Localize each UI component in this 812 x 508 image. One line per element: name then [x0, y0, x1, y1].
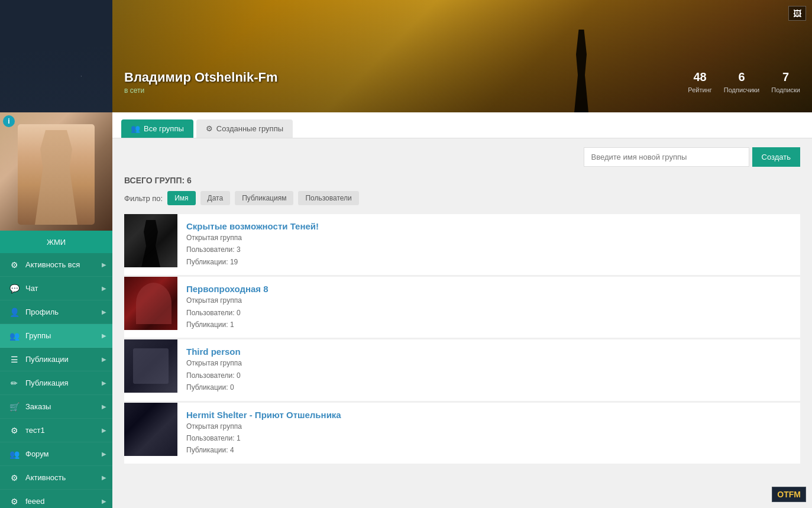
sidebar-item-test1[interactable]: ⚙ тест1 ▶ — [0, 419, 112, 442]
groups-icon: 👥 — [9, 331, 20, 341]
group-info-3: Third person Открытая группа Пользовател… — [177, 339, 800, 400]
sidebar-item-publication[interactable]: ✏ Публикация ▶ — [0, 371, 112, 395]
group-name-3[interactable]: Third person — [186, 347, 241, 357]
activity-icon: ⚙ — [9, 473, 20, 483]
group-info-1: Скрытые возможности Теней! Открытая груп… — [177, 214, 800, 275]
avatar-info-icon[interactable]: i — [3, 115, 15, 127]
sidebar-nav: ⚙ Активность вся ▶ 💬 Чат ▶ 👤 Профиль ▶ 👥… — [0, 253, 112, 508]
chevron-right-icon: ▶ — [102, 380, 106, 386]
banner-user-info: Владимир Otshelnik-Fm в сети — [124, 70, 278, 95]
groups-count-title: ВСЕГО ГРУПП: 6 — [124, 176, 800, 185]
group-info-2: Первопроходная 8 Открытая группа Пользов… — [177, 277, 800, 338]
sidebar: i ЖМИ ⚙ Активность вся ▶ 💬 Чат ▶ 👤 Профи… — [0, 112, 112, 508]
group-type-1: Открытая группа — [186, 232, 791, 244]
filter-label: Фильтр по: — [124, 194, 163, 203]
create-group-button[interactable]: Создать — [752, 147, 800, 167]
forum-icon: 👥 — [9, 449, 20, 459]
group-name-1[interactable]: Скрытые возможности Теней! — [186, 221, 319, 231]
filter-publications-button[interactable]: Публикациям — [235, 191, 293, 205]
group-thumbnail-4 — [124, 403, 177, 456]
group-item: Hermit Shelter - Приют Отшельника Открыт… — [124, 403, 800, 464]
cart-icon: 🛒 — [9, 402, 20, 412]
group-search-input[interactable] — [584, 147, 749, 167]
sidebar-item-label: feeed — [25, 497, 45, 506]
group-users-2: Пользователи: 0 — [186, 307, 791, 319]
stat-subscriptions: 7 Подписки — [771, 70, 800, 95]
sidebar-item-forum[interactable]: 👥 Форум ▶ — [0, 442, 112, 466]
edit-icon: ✏ — [9, 378, 20, 388]
sidebar-item-activity[interactable]: ⚙ Активность ▶ — [0, 466, 112, 490]
stat-subscribers: 6 Подписчики — [724, 70, 760, 95]
sidebar-item-activity-all[interactable]: ⚙ Активность вся ▶ — [0, 253, 112, 277]
tab-created-groups[interactable]: ⚙ Созданные группы — [196, 119, 293, 138]
group-publications-3: Публикации: 0 — [186, 381, 791, 393]
groups-tab-icon: 👥 — [131, 124, 140, 133]
logo-suffix: FM — [789, 490, 801, 499]
chat-icon: 💬 — [9, 284, 20, 293]
group-thumbnail-3 — [124, 339, 177, 393]
group-type-4: Открытая группа — [186, 420, 791, 432]
created-tab-icon: ⚙ — [206, 124, 213, 133]
group-meta-2: Открытая группа Пользователи: 0 Публикац… — [186, 295, 791, 331]
chevron-right-icon: ▶ — [102, 309, 106, 315]
list-icon: ☰ — [9, 355, 20, 364]
group-meta-4: Открытая группа Пользователи: 1 Публикац… — [186, 420, 791, 457]
group-item: Первопроходная 8 Открытая группа Пользов… — [124, 277, 800, 338]
action-button[interactable]: ЖМИ — [0, 231, 112, 253]
filter-date-button[interactable]: Дата — [200, 191, 231, 205]
group-meta-3: Открытая группа Пользователи: 0 Публикац… — [186, 357, 791, 393]
tab-all-groups[interactable]: 👥 Все группы — [121, 119, 193, 138]
group-name-4[interactable]: Hermit Shelter - Приют Отшельника — [186, 410, 341, 420]
sidebar-item-profile[interactable]: 👤 Профиль ▶ — [0, 300, 112, 324]
stat-rating: 48 Рейтинг — [688, 70, 711, 95]
gear-icon: ⚙ — [9, 426, 20, 435]
filter-users-button[interactable]: Пользователи — [298, 191, 358, 205]
user-icon: 👤 — [9, 308, 20, 317]
sidebar-item-label: Профиль — [25, 308, 59, 316]
chevron-right-icon: ▶ — [102, 498, 106, 504]
group-name-2[interactable]: Первопроходная 8 — [186, 284, 268, 294]
banner-status: в сети — [124, 86, 278, 95]
group-publications-2: Публикации: 1 — [186, 319, 791, 331]
search-bar: Создать — [124, 147, 800, 167]
group-publications-4: Публикации: 4 — [186, 444, 791, 456]
banner-stats: 48 Рейтинг 6 Подписчики 7 Подписки — [688, 70, 800, 95]
group-users-4: Пользователи: 1 — [186, 432, 791, 444]
feed-icon: ⚙ — [9, 497, 20, 506]
stat-subscriptions-value: 7 — [771, 70, 800, 84]
group-thumbnail-2 — [124, 277, 177, 330]
sidebar-item-label: Чат — [25, 284, 38, 293]
sidebar-item-orders[interactable]: 🛒 Заказы ▶ — [0, 395, 112, 419]
tab-bar: 👥 Все группы ⚙ Созданные группы — [112, 112, 812, 138]
filter-bar: Фильтр по: Имя Дата Публикациям Пользова… — [124, 191, 800, 205]
sidebar-item-feeed[interactable]: ⚙ feeed ▶ — [0, 490, 112, 508]
sidebar-item-label: Форум — [25, 449, 49, 458]
header-banner: Владимир Otshelnik-Fm в сети 48 Рейтинг … — [112, 0, 812, 112]
banner-username: Владимир Otshelnik-Fm — [124, 70, 278, 85]
chevron-right-icon: ▶ — [102, 427, 106, 433]
sidebar-item-label: Публикации — [25, 355, 69, 364]
filter-name-button[interactable]: Имя — [167, 191, 195, 205]
settings-icon: ⚙ — [9, 260, 20, 270]
stat-subscribers-label: Подписчики — [724, 86, 760, 93]
stat-subscribers-value: 6 — [724, 70, 760, 84]
sidebar-item-publications-list[interactable]: ☰ Публикации ▶ — [0, 348, 112, 371]
group-type-3: Открытая группа — [186, 357, 791, 369]
tab-created-groups-label: Созданные группы — [216, 124, 283, 133]
sidebar-item-groups[interactable]: 👥 Группы ▶ — [0, 324, 112, 348]
chevron-right-icon: ▶ — [102, 403, 106, 410]
sidebar-item-label: Группы — [25, 331, 51, 340]
sidebar-item-label: Заказы — [25, 402, 51, 411]
group-users-3: Пользователи: 0 — [186, 370, 791, 381]
sidebar-item-label: Активность — [25, 473, 66, 482]
group-type-2: Открытая группа — [186, 295, 791, 306]
groups-content: Создать ВСЕГО ГРУПП: 6 Фильтр по: Имя Да… — [112, 138, 812, 474]
chevron-right-icon: ▶ — [102, 285, 106, 292]
chevron-right-icon: ▶ — [102, 474, 106, 481]
chevron-right-icon: ▶ — [102, 332, 106, 339]
chevron-right-icon: ▶ — [102, 451, 106, 457]
group-publications-1: Публикации: 19 — [186, 256, 791, 268]
banner-image-icon[interactable]: 🖼 — [788, 6, 806, 21]
sidebar-item-chat[interactable]: 💬 Чат ▶ — [0, 277, 112, 300]
chevron-right-icon: ▶ — [102, 356, 106, 363]
